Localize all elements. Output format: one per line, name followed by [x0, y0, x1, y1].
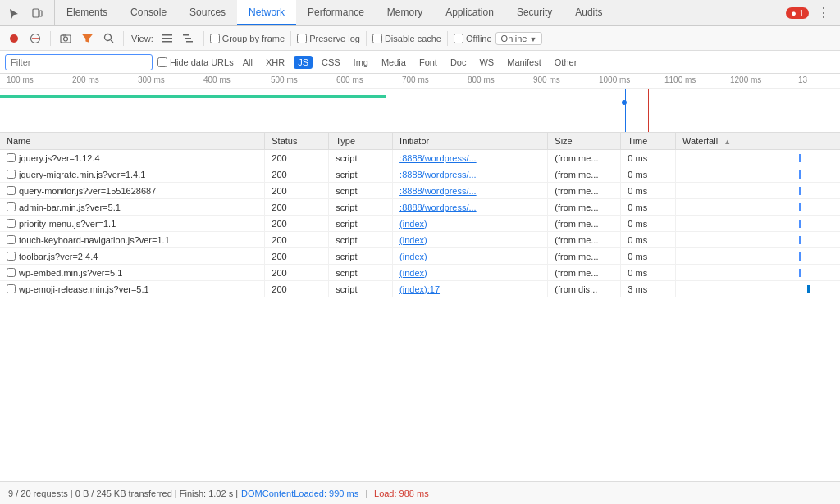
col-initiator[interactable]: Initiator [393, 133, 548, 150]
row-checkbox[interactable] [7, 252, 16, 261]
tick-700ms: 700 ms [402, 75, 429, 84]
filter-css[interactable]: CSS [317, 56, 345, 69]
group-by-frame-checkbox[interactable] [210, 34, 220, 43]
list-view-icon[interactable] [158, 30, 176, 48]
waterfall-bar [799, 252, 801, 261]
col-time[interactable]: Time [621, 133, 676, 150]
tick-200ms: 200 ms [72, 75, 99, 84]
online-dropdown[interactable]: Online ▼ [495, 32, 543, 45]
row-checkbox[interactable] [7, 268, 16, 277]
svg-point-2 [10, 34, 18, 43]
cell-waterfall [676, 199, 840, 216]
tab-console[interactable]: Console [119, 0, 178, 25]
waterfall-view-icon[interactable] [180, 30, 198, 48]
device-icon[interactable] [26, 2, 48, 24]
filter-all[interactable]: All [239, 56, 257, 69]
disable-cache-option[interactable]: Disable cache [372, 34, 441, 43]
group-by-frame-option[interactable]: Group by frame [210, 34, 285, 43]
svg-rect-12 [162, 41, 172, 43]
record-button[interactable] [5, 30, 23, 48]
cell-status: 200 [265, 265, 329, 281]
cell-initiator[interactable]: (index) [393, 248, 548, 265]
col-type[interactable]: Type [329, 133, 393, 150]
col-size[interactable]: Size [548, 133, 621, 150]
pointer-icon[interactable] [3, 2, 25, 24]
clear-button[interactable] [26, 30, 44, 48]
tab-network[interactable]: Network [237, 0, 296, 25]
cell-initiator[interactable]: (index) [393, 216, 548, 232]
offline-option[interactable]: Offline [454, 34, 492, 43]
cell-waterfall [676, 232, 840, 248]
tab-sources[interactable]: Sources [178, 0, 237, 25]
tab-memory[interactable]: Memory [376, 0, 434, 25]
cell-name: wp-emoji-release.min.js?ver=5.1 [0, 281, 265, 297]
filter-ws[interactable]: WS [475, 56, 498, 69]
row-checkbox[interactable] [7, 153, 16, 162]
cell-initiator[interactable]: :8888/wordpress/... [393, 183, 548, 199]
table-row[interactable]: touch-keyboard-navigation.js?ver=1.1200s… [0, 232, 840, 248]
cell-initiator[interactable]: :8888/wordpress/... [393, 166, 548, 183]
cell-initiator[interactable]: (index) [393, 265, 548, 281]
filter-img[interactable]: Img [349, 56, 372, 69]
table-row[interactable]: wp-emoji-release.min.js?ver=5.1200script… [0, 281, 840, 297]
filter-doc[interactable]: Doc [446, 56, 471, 69]
offline-checkbox[interactable] [454, 34, 463, 43]
tab-performance[interactable]: Performance [296, 0, 376, 25]
filter-xhr[interactable]: XHR [262, 56, 289, 69]
cell-time: 0 ms [621, 183, 676, 199]
col-waterfall[interactable]: Waterfall ▲ [676, 133, 840, 150]
preserve-log-option[interactable]: Preserve log [297, 34, 360, 43]
table-row[interactable]: wp-embed.min.js?ver=5.1200script(index)(… [0, 265, 840, 281]
filter-js[interactable]: JS [294, 56, 313, 69]
row-checkbox[interactable] [7, 202, 16, 211]
filter-other[interactable]: Other [550, 56, 582, 69]
tab-audits[interactable]: Audits [564, 0, 614, 25]
tick-300ms: 300 ms [138, 75, 165, 84]
row-checkbox[interactable] [7, 219, 16, 228]
screenshot-button[interactable] [57, 30, 75, 48]
tick-800ms: 800 ms [468, 75, 495, 84]
table-row[interactable]: query-monitor.js?ver=1551628687200script… [0, 183, 840, 199]
cell-size: (from me... [548, 265, 621, 281]
cell-size: (from me... [548, 199, 621, 216]
filter-manifest[interactable]: Manifest [503, 56, 546, 69]
tab-security[interactable]: Security [505, 0, 564, 25]
col-name[interactable]: Name [0, 133, 265, 150]
waterfall-bar [799, 154, 801, 162]
row-checkbox[interactable] [7, 284, 16, 293]
cell-type: script [329, 281, 393, 297]
col-status[interactable]: Status [265, 133, 329, 150]
waterfall-bar [799, 170, 801, 179]
cell-initiator[interactable]: (index):17 [393, 281, 548, 297]
preserve-log-checkbox[interactable] [297, 34, 307, 43]
cell-time: 0 ms [621, 199, 676, 216]
cell-type: script [329, 248, 393, 265]
row-checkbox[interactable] [7, 186, 16, 195]
search-button[interactable] [99, 30, 117, 48]
cell-initiator[interactable]: :8888/wordpress/... [393, 199, 548, 216]
disable-cache-checkbox[interactable] [372, 34, 382, 43]
more-options-icon[interactable]: ⋮ [814, 5, 833, 20]
tick-400ms: 400 ms [203, 75, 231, 84]
cell-initiator[interactable]: (index) [393, 232, 548, 248]
row-checkbox[interactable] [7, 170, 16, 179]
filter-media[interactable]: Media [377, 56, 410, 69]
filter-input[interactable] [5, 54, 153, 70]
row-checkbox[interactable] [7, 235, 16, 244]
tab-application[interactable]: Application [434, 0, 505, 25]
sep3 [203, 31, 204, 46]
group-by-frame-label: Group by frame [222, 34, 285, 43]
filter-icon-button[interactable] [78, 30, 96, 48]
table-row[interactable]: jquery.js?ver=1.12.4200script:8888/wordp… [0, 150, 840, 166]
cell-initiator[interactable]: :8888/wordpress/... [393, 150, 548, 166]
cell-size: (from me... [548, 216, 621, 232]
table-row[interactable]: jquery-migrate.min.js?ver=1.4.1200script… [0, 166, 840, 183]
hide-data-urls-option[interactable]: Hide data URLs [158, 57, 234, 67]
table-row[interactable]: admin-bar.min.js?ver=5.1200script:8888/w… [0, 199, 840, 216]
table-row[interactable]: toolbar.js?ver=2.4.4200script(index)(fro… [0, 248, 840, 265]
table-row[interactable]: priority-menu.js?ver=1.1200script(index)… [0, 216, 840, 232]
cell-name: wp-embed.min.js?ver=5.1 [0, 265, 265, 281]
filter-font[interactable]: Font [415, 56, 441, 69]
hide-data-urls-checkbox[interactable] [158, 57, 167, 67]
tab-elements[interactable]: Elements [55, 0, 119, 25]
